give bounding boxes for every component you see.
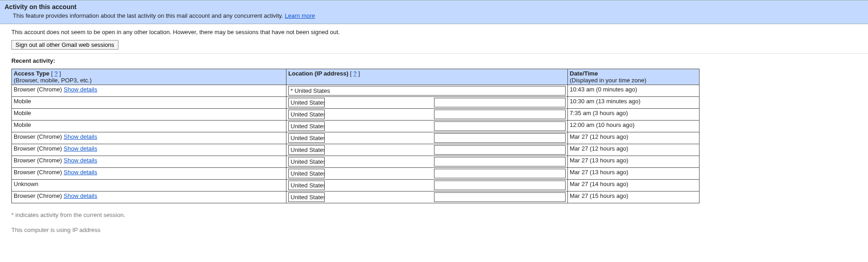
location-gap [325,133,434,143]
learn-more-link[interactable]: Learn more [285,12,315,19]
access-type-text: Browser (Chrome) [14,145,64,152]
col-header-datetime-sub: (Displayed in your time zone) [570,77,646,84]
show-details-link[interactable]: Show details [64,86,97,93]
access-type-text: Mobile [14,121,31,128]
current-ip-label: This computer is using IP address [11,227,868,233]
location-gap [325,157,434,166]
info-banner: Activity on this account This feature pr… [0,0,868,24]
location-empty-right [434,98,566,107]
table-row: Browser (Chrome) Show detailsUnited Stat… [12,144,700,156]
access-cell: Browser (Chrome) Show details [12,132,286,144]
divider [11,53,868,54]
table-row: Browser (Chrome) Show detailsUnited Stat… [12,191,700,203]
location-text: United States (1 [288,133,325,143]
location-gap [325,110,434,119]
datetime-cell: Mar 27 (14 hours ago) [568,180,700,191]
recent-activity-label: Recent activity: [11,57,868,64]
show-details-link[interactable]: Show details [64,133,97,140]
table-row: Browser (Chrome) Show details* United St… [12,85,700,97]
location-gap [325,121,434,131]
location-text: * United States [288,86,566,96]
access-type-text: Browser (Chrome) [14,86,64,93]
show-details-link[interactable]: Show details [64,192,97,199]
location-empty-right [434,110,566,119]
access-cell: Unknown [12,180,286,191]
show-details-link[interactable]: Show details [64,157,97,164]
datetime-cell: Mar 27 (12 hours ago) [568,132,700,144]
location-gap [325,192,434,202]
banner-description: This feature provides information about … [5,12,863,19]
location-empty-right [434,133,566,143]
location-empty-right [434,145,566,155]
access-cell: Mobile [12,109,286,121]
location-empty-right [434,169,566,178]
location-gap [325,169,434,178]
access-type-help-link[interactable]: ? [54,70,57,77]
location-empty-right [434,121,566,131]
location-text: United States (1 [288,169,325,178]
col-header-datetime: Date/Time (Displayed in your time zone) [568,69,700,85]
location-gap [325,98,434,107]
location-empty-right [434,192,566,202]
access-type-text: Mobile [14,98,31,105]
location-cell: United States (1 [286,191,568,203]
table-row: MobileUnited States (110:30 am (13 minut… [12,97,700,109]
datetime-cell: Mar 27 (13 hours ago) [568,168,700,180]
access-type-text: Browser (Chrome) [14,157,64,164]
datetime-cell: 10:43 am (0 minutes ago) [568,85,700,97]
access-cell: Browser (Chrome) Show details [12,168,286,180]
access-type-text: Browser (Chrome) [14,192,64,199]
activity-table: Access Type [ ? ] (Browser, mobile, POP3… [11,69,700,203]
datetime-cell: Mar 27 (13 hours ago) [568,156,700,168]
table-row: Browser (Chrome) Show detailsUnited Stat… [12,156,700,168]
location-text: United States (1 [288,121,325,131]
access-cell: Browser (Chrome) Show details [12,144,286,156]
show-details-link[interactable]: Show details [64,169,97,176]
table-row: MobileUnited States (112:00 am (10 hours… [12,121,700,132]
location-cell: United States (1 [286,144,568,156]
datetime-cell: 12:00 am (10 hours ago) [568,121,700,132]
access-cell: Mobile [12,121,286,132]
access-cell: Browser (Chrome) Show details [12,156,286,168]
access-cell: Mobile [12,97,286,109]
datetime-cell: Mar 27 (12 hours ago) [568,144,700,156]
location-text: United States (1 [288,157,325,166]
location-cell: * United States [286,85,568,97]
location-text: United States (1 [288,181,325,190]
access-cell: Browser (Chrome) Show details [12,85,286,97]
access-type-text: Browser (Chrome) [14,133,64,140]
location-cell: United States (1 [286,97,568,109]
datetime-cell: 7:35 am (3 hours ago) [568,109,700,121]
page-title: Activity on this account [5,3,863,10]
col-header-access-title: Access Type [14,70,50,77]
location-cell: United States (1 [286,132,568,144]
access-type-text: Mobile [14,110,31,116]
location-cell: United States (1 [286,180,568,191]
col-header-access-sub: (Browser, mobile, POP3, etc.) [14,77,92,84]
location-text: United States (1 [288,145,325,155]
current-session-footnote: * indicates activity from the current se… [11,212,868,218]
access-type-text: Browser (Chrome) [14,169,64,176]
location-help-link[interactable]: ? [353,70,357,77]
location-cell: United States (1 [286,109,568,121]
datetime-cell: Mar 27 (15 hours ago) [568,191,700,203]
col-header-datetime-title: Date/Time [570,70,598,77]
location-text: United States (1 [288,192,325,202]
signout-other-sessions-button[interactable]: Sign out all other Gmail web sessions [11,40,118,50]
col-header-access: Access Type [ ? ] (Browser, mobile, POP3… [12,69,286,85]
location-gap [325,181,434,190]
session-status-text: This account does not seem to be open in… [11,29,868,35]
location-text: United States (1 [288,110,325,119]
access-type-text: Unknown [14,181,38,187]
table-header-row: Access Type [ ? ] (Browser, mobile, POP3… [12,69,700,85]
table-row: MobileUnited States (17:35 am (3 hours a… [12,109,700,121]
table-row: UnknownUnited States (1Mar 27 (14 hours … [12,180,700,191]
banner-desc-text: This feature provides information about … [13,12,285,19]
table-row: Browser (Chrome) Show detailsUnited Stat… [12,132,700,144]
show-details-link[interactable]: Show details [64,145,97,152]
location-text: United States (1 [288,98,325,107]
col-header-location: Location (IP address) [ ? ] [286,69,568,85]
location-cell: United States (1 [286,121,568,132]
access-cell: Browser (Chrome) Show details [12,191,286,203]
table-row: Browser (Chrome) Show detailsUnited Stat… [12,168,700,180]
